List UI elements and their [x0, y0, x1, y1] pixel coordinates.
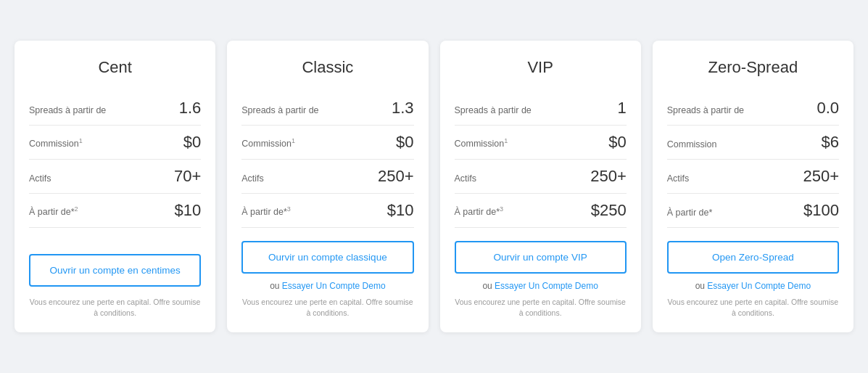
row-value-vip-2: 250+	[590, 167, 627, 186]
card-row-vip-0: Spreads à partir de1	[455, 91, 627, 126]
card-title-cent: Cent	[29, 58, 201, 77]
row-value-cent-1: $0	[183, 133, 201, 152]
row-label-vip-2: Actifs	[455, 173, 477, 184]
demo-link-anchor-vip[interactable]: Essayer Un Compte Demo	[495, 281, 598, 291]
card-row-cent-2: Actifs70+	[29, 160, 201, 194]
row-value-cent-0: 1.6	[179, 99, 202, 118]
row-label-cent-3: À partir de*2	[29, 205, 78, 217]
row-label-classic-3: À partir de*3	[241, 205, 291, 217]
card-row-zero-spread-2: Actifs250+	[667, 160, 839, 194]
row-value-zero-spread-2: 250+	[803, 167, 839, 186]
row-label-classic-2: Actifs	[241, 173, 264, 184]
card-vip: VIPSpreads à partir de1Commission1$0Acti…	[440, 41, 641, 333]
row-value-classic-2: 250+	[378, 167, 414, 186]
card-row-classic-0: Spreads à partir de1.3	[241, 91, 413, 126]
disclaimer-classic: Vous encourez une perte en capital. Offr…	[241, 297, 413, 318]
row-value-classic-1: $0	[396, 133, 413, 152]
demo-link-classic: ou Essayer Un Compte Demo	[241, 281, 413, 291]
card-title-classic: Classic	[241, 58, 413, 77]
card-row-cent-0: Spreads à partir de1.6	[29, 91, 201, 126]
row-value-vip-3: $250	[591, 201, 627, 220]
row-label-cent-2: Actifs	[29, 173, 51, 184]
card-row-classic-2: Actifs250+	[241, 160, 413, 194]
card-title-vip: VIP	[455, 58, 627, 77]
open-account-button-zero-spread[interactable]: Open Zero-Spread	[667, 241, 839, 274]
card-row-vip-2: Actifs250+	[455, 160, 627, 194]
open-account-button-classic[interactable]: Ourvir un compte classique	[241, 241, 413, 274]
disclaimer-vip: Vous encourez une perte en capital. Offr…	[455, 297, 627, 318]
card-row-cent-3: À partir de*2$10	[29, 194, 201, 228]
card-classic: ClassicSpreads à partir de1.3Commission1…	[227, 41, 428, 333]
card-row-zero-spread-1: Commission$6	[667, 126, 839, 160]
row-label-vip-0: Spreads à partir de	[455, 105, 532, 115]
card-row-vip-3: À partir de*3$250	[455, 194, 627, 228]
row-label-classic-1: Commission1	[241, 137, 295, 149]
open-account-button-cent[interactable]: Ouvrir un compte en centimes	[29, 254, 201, 287]
row-value-classic-3: $10	[387, 201, 414, 220]
card-row-vip-1: Commission1$0	[455, 126, 627, 160]
card-row-cent-1: Commission1$0	[29, 126, 201, 160]
row-label-zero-spread-2: Actifs	[667, 173, 690, 184]
row-value-zero-spread-0: 0.0	[817, 99, 839, 118]
row-label-cent-0: Spreads à partir de	[29, 105, 106, 115]
card-zero-spread: Zero-SpreadSpreads à partir de0.0Commiss…	[653, 41, 853, 333]
row-value-cent-2: 70+	[174, 167, 201, 186]
row-value-vip-0: 1	[618, 99, 627, 118]
demo-link-zero-spread: ou Essayer Un Compte Demo	[667, 281, 839, 291]
row-label-cent-1: Commission1	[29, 137, 83, 149]
row-label-zero-spread-1: Commission	[667, 139, 717, 149]
row-label-zero-spread-3: À partir de*	[667, 208, 713, 218]
card-row-classic-3: À partir de*3$10	[241, 194, 413, 228]
card-row-zero-spread-0: Spreads à partir de0.0	[667, 91, 839, 126]
row-label-vip-3: À partir de*3	[455, 205, 504, 217]
open-account-button-vip[interactable]: Ourvir un compte VIP	[455, 241, 627, 274]
disclaimer-cent: Vous encourez une perte en capital. Offr…	[29, 297, 201, 318]
card-row-classic-1: Commission1$0	[241, 126, 413, 160]
row-label-vip-1: Commission1	[455, 137, 508, 149]
row-value-zero-spread-3: $100	[803, 201, 839, 220]
card-row-zero-spread-3: À partir de*$100	[667, 194, 839, 228]
row-value-vip-1: $0	[608, 133, 626, 152]
card-title-zero-spread: Zero-Spread	[667, 58, 839, 77]
disclaimer-zero-spread: Vous encourez une perte en capital. Offr…	[667, 297, 839, 318]
demo-link-vip: ou Essayer Un Compte Demo	[455, 281, 627, 291]
demo-link-anchor-zero-spread[interactable]: Essayer Un Compte Demo	[707, 281, 811, 291]
demo-link-anchor-classic[interactable]: Essayer Un Compte Demo	[282, 281, 386, 291]
row-label-classic-0: Spreads à partir de	[241, 105, 318, 115]
row-label-zero-spread-0: Spreads à partir de	[667, 105, 744, 115]
row-value-classic-0: 1.3	[392, 99, 414, 118]
card-cent: CentSpreads à partir de1.6Commission1$0A…	[15, 41, 215, 333]
cards-container: CentSpreads à partir de1.6Commission1$0A…	[15, 41, 853, 333]
row-value-zero-spread-1: $6	[822, 133, 839, 152]
row-value-cent-3: $10	[175, 201, 202, 220]
